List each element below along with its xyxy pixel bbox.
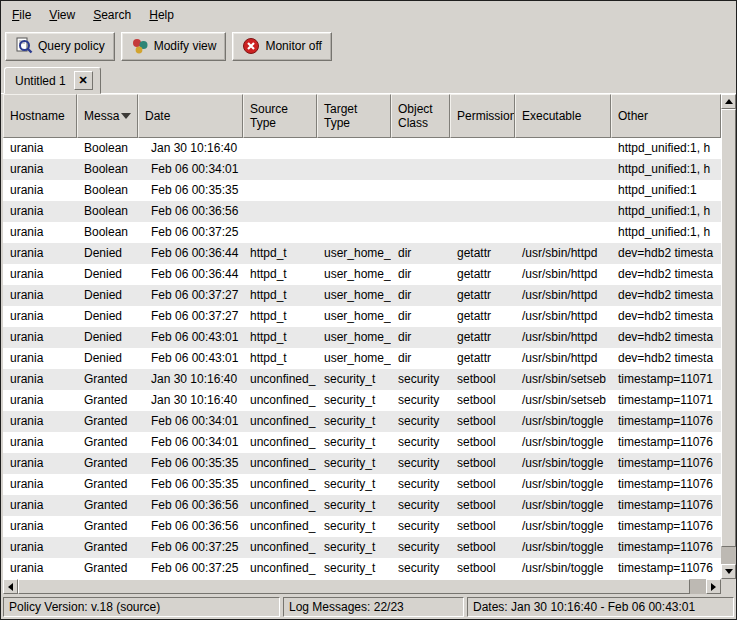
table-row[interactable]: urania Granted Feb 06 00:36:56 unconfine…: [3, 495, 721, 516]
menu-file[interactable]: File: [3, 3, 40, 27]
column-header-hostname[interactable]: Hostname: [3, 94, 77, 138]
column-header-target-type[interactable]: Target Type: [317, 94, 391, 138]
table-row[interactable]: urania Granted Feb 06 00:36:56 unconfine…: [3, 516, 721, 537]
table-row[interactable]: urania Granted Feb 06 00:37:25 unconfine…: [3, 537, 721, 558]
table-row[interactable]: urania Boolean Feb 06 00:34:01 httpd_uni…: [3, 159, 721, 180]
cell-object-class: dir: [391, 264, 450, 285]
column-header-other[interactable]: Other: [611, 94, 721, 138]
cell-other: dev=hdb2 timesta: [611, 327, 721, 348]
cell-message: Granted: [77, 411, 138, 432]
tab-untitled-1[interactable]: Untitled 1 ✕: [4, 67, 101, 94]
scroll-up-icon: [725, 99, 733, 104]
cell-executable: [515, 222, 611, 243]
cell-date: Feb 06 00:36:56: [138, 516, 243, 537]
tab-bar: Untitled 1 ✕: [1, 64, 736, 94]
cell-other: timestamp=11076: [611, 558, 721, 579]
cell-permission: setbool: [450, 411, 515, 432]
table-row[interactable]: urania Denied Feb 06 00:37:27 httpd_t us…: [3, 285, 721, 306]
query-policy-button[interactable]: Query policy: [5, 32, 115, 61]
scroll-right-button[interactable]: [706, 579, 721, 594]
table-row[interactable]: urania Granted Feb 06 00:37:25 unconfine…: [3, 558, 721, 579]
menu-view[interactable]: View: [40, 3, 84, 27]
status-policy-version-text: Policy Version: v.18 (source): [9, 600, 160, 614]
column-header-object-class[interactable]: Object Class: [391, 94, 450, 138]
table-row[interactable]: urania Granted Feb 06 00:35:35 unconfine…: [3, 474, 721, 495]
scroll-down-button[interactable]: [721, 564, 736, 579]
cell-permission: setbool: [450, 474, 515, 495]
menu-help[interactable]: Help: [140, 3, 183, 27]
cell-hostname: urania: [3, 348, 77, 369]
horizontal-scrollbar-trough[interactable]: [690, 579, 706, 594]
tab-close-button[interactable]: ✕: [74, 71, 93, 90]
cell-executable: /usr/sbin/httpd: [515, 285, 611, 306]
cell-other: timestamp=11071: [611, 390, 721, 411]
cell-message: Denied: [77, 306, 138, 327]
cell-source-type: httpd_t: [243, 348, 317, 369]
table-row[interactable]: urania Granted Jan 30 10:16:40 unconfine…: [3, 390, 721, 411]
cell-target-type: user_home_: [317, 306, 391, 327]
cell-object-class: [391, 159, 450, 180]
table-row[interactable]: urania Boolean Jan 30 10:16:40 httpd_uni…: [3, 138, 721, 159]
table-row[interactable]: urania Denied Feb 06 00:36:44 httpd_t us…: [3, 243, 721, 264]
table-row[interactable]: urania Granted Jan 30 10:16:40 unconfine…: [3, 369, 721, 390]
column-header-permission[interactable]: Permission: [450, 94, 515, 138]
table-row[interactable]: urania Boolean Feb 06 00:37:25 httpd_uni…: [3, 222, 721, 243]
table-row[interactable]: urania Denied Feb 06 00:37:27 httpd_t us…: [3, 306, 721, 327]
column-header-date[interactable]: Date: [138, 94, 243, 138]
cell-source-type: httpd_t: [243, 264, 317, 285]
cell-executable: /usr/sbin/setseb: [515, 390, 611, 411]
cell-executable: /usr/sbin/toggle: [515, 516, 611, 537]
monitor-off-button[interactable]: Monitor off: [232, 32, 331, 61]
cell-date: Feb 06 00:35:35: [138, 474, 243, 495]
table-row[interactable]: urania Denied Feb 06 00:43:01 httpd_t us…: [3, 348, 721, 369]
cell-source-type: httpd_t: [243, 327, 317, 348]
cell-hostname: urania: [3, 264, 77, 285]
tab-label: Untitled 1: [15, 74, 66, 88]
horizontal-scrollbar-thumb[interactable]: [18, 579, 690, 594]
cell-source-type: unconfined_: [243, 369, 317, 390]
cell-executable: [515, 180, 611, 201]
modify-view-button[interactable]: Modify view: [121, 32, 227, 61]
cell-source-type: unconfined_: [243, 474, 317, 495]
cell-target-type: [317, 222, 391, 243]
column-header-executable[interactable]: Executable: [515, 94, 611, 138]
table-row[interactable]: urania Granted Feb 06 00:34:01 unconfine…: [3, 432, 721, 453]
sort-descending-icon: [121, 113, 131, 119]
cell-other: timestamp=11076: [611, 537, 721, 558]
horizontal-scrollbar[interactable]: [3, 579, 721, 594]
menu-search[interactable]: Search: [84, 3, 140, 27]
column-header-label: Date: [145, 109, 170, 123]
cell-source-type: unconfined_: [243, 432, 317, 453]
column-header-source-type[interactable]: Source Type: [243, 94, 317, 138]
cell-other: httpd_unified:1, h: [611, 222, 721, 243]
status-policy-version: Policy Version: v.18 (source): [3, 597, 280, 617]
cell-other: timestamp=11076: [611, 495, 721, 516]
vertical-scrollbar-trough[interactable]: [721, 547, 736, 564]
menubar: File View Search Help: [1, 1, 736, 28]
cell-object-class: [391, 201, 450, 222]
scroll-up-button[interactable]: [721, 94, 736, 109]
cell-date: Feb 06 00:36:44: [138, 243, 243, 264]
cell-executable: [515, 138, 611, 159]
table-row[interactable]: urania Denied Feb 06 00:43:01 httpd_t us…: [3, 327, 721, 348]
cell-object-class: [391, 222, 450, 243]
cell-hostname: urania: [3, 411, 77, 432]
table-row[interactable]: urania Boolean Feb 06 00:35:35 httpd_uni…: [3, 180, 721, 201]
vertical-scrollbar-thumb[interactable]: [721, 109, 736, 547]
cell-target-type: security_t: [317, 495, 391, 516]
vertical-scrollbar[interactable]: [721, 94, 736, 579]
table-row[interactable]: urania Denied Feb 06 00:36:44 httpd_t us…: [3, 264, 721, 285]
cell-other: httpd_unified:1, h: [611, 201, 721, 222]
modify-view-label: Modify view: [154, 39, 217, 53]
cell-message: Denied: [77, 327, 138, 348]
cell-permission: [450, 222, 515, 243]
column-header-label: Executable: [522, 109, 581, 123]
scroll-left-button[interactable]: [3, 579, 18, 594]
column-header-message[interactable]: Messa: [77, 94, 138, 138]
cell-source-type: [243, 159, 317, 180]
cell-date: Feb 06 00:43:01: [138, 327, 243, 348]
table-row[interactable]: urania Granted Feb 06 00:35:35 unconfine…: [3, 453, 721, 474]
table-row[interactable]: urania Boolean Feb 06 00:36:56 httpd_uni…: [3, 201, 721, 222]
table-row[interactable]: urania Granted Feb 06 00:34:01 unconfine…: [3, 411, 721, 432]
cell-message: Granted: [77, 516, 138, 537]
